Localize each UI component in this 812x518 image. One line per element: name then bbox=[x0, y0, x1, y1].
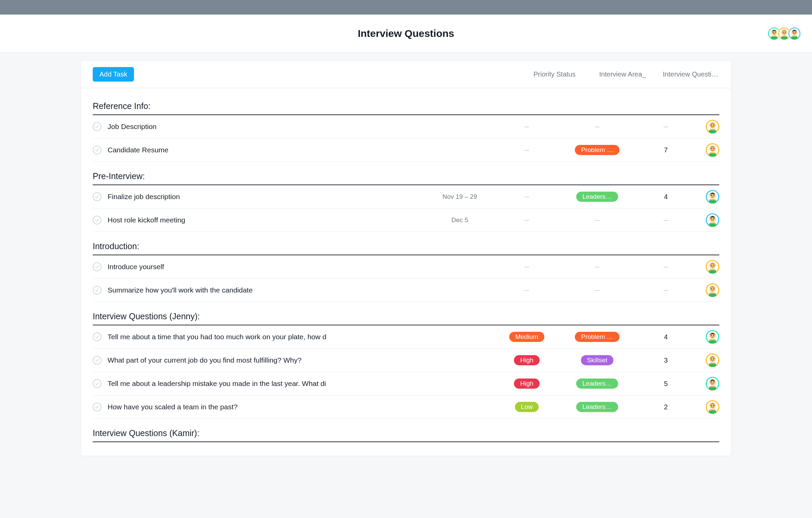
area-cell[interactable]: Leaders… bbox=[565, 402, 629, 412]
question-count-cell[interactable] bbox=[635, 263, 696, 271]
assignee-avatar[interactable] bbox=[706, 143, 719, 157]
assignee-cell[interactable] bbox=[702, 190, 719, 203]
complete-checkbox[interactable] bbox=[93, 379, 102, 388]
complete-checkbox[interactable] bbox=[93, 286, 102, 295]
priority-pill[interactable]: High bbox=[514, 379, 539, 389]
collaborator-avatar[interactable] bbox=[788, 27, 801, 40]
priority-cell[interactable] bbox=[495, 216, 559, 224]
column-header-area[interactable]: Interview Area_ bbox=[592, 70, 653, 78]
question-count-cell[interactable]: 4 bbox=[635, 333, 696, 341]
section-title[interactable]: Reference Info: bbox=[93, 92, 719, 115]
task-row[interactable]: Candidate ResumeProblem …7 bbox=[93, 138, 719, 162]
assignee-avatar[interactable] bbox=[706, 190, 719, 203]
task-name[interactable]: Summarize how you'll work with the candi… bbox=[108, 286, 425, 294]
assignee-avatar[interactable] bbox=[706, 283, 719, 297]
assignee-avatar[interactable] bbox=[706, 260, 719, 274]
area-cell[interactable]: Problem … bbox=[565, 145, 629, 155]
assignee-avatar[interactable] bbox=[706, 377, 719, 390]
task-row[interactable]: Host role kickoff meetingDec 5 bbox=[93, 209, 719, 232]
priority-pill[interactable]: Low bbox=[515, 402, 539, 412]
question-count-cell[interactable]: 4 bbox=[635, 193, 696, 201]
assignee-avatar[interactable] bbox=[706, 120, 719, 133]
question-count-cell[interactable]: 3 bbox=[635, 357, 696, 364]
assignee-cell[interactable] bbox=[702, 283, 719, 297]
priority-cell[interactable]: Medium bbox=[495, 332, 559, 342]
complete-checkbox[interactable] bbox=[93, 356, 102, 365]
complete-checkbox[interactable] bbox=[93, 192, 102, 201]
question-count-cell[interactable] bbox=[635, 216, 696, 224]
task-due-date[interactable]: Dec 5 bbox=[431, 216, 489, 224]
complete-checkbox[interactable] bbox=[93, 403, 102, 411]
task-name[interactable]: Job Description bbox=[108, 123, 425, 131]
area-pill[interactable]: Leaders… bbox=[576, 379, 618, 389]
task-row[interactable]: How have you scaled a team in the past?L… bbox=[93, 395, 719, 419]
question-count-cell[interactable]: 2 bbox=[635, 403, 696, 411]
task-name[interactable]: What part of your current job do you fin… bbox=[108, 356, 425, 364]
area-pill[interactable]: Leaders… bbox=[576, 402, 618, 412]
area-cell[interactable] bbox=[565, 123, 629, 130]
complete-checkbox[interactable] bbox=[93, 146, 102, 154]
priority-cell[interactable]: High bbox=[495, 355, 559, 365]
priority-cell[interactable] bbox=[495, 123, 559, 130]
area-cell[interactable] bbox=[565, 263, 629, 271]
priority-cell[interactable] bbox=[495, 193, 559, 200]
task-row[interactable]: Tell me about a leadership mistake you m… bbox=[93, 372, 719, 395]
priority-cell[interactable]: Low bbox=[495, 402, 559, 412]
task-name[interactable]: Tell me about a time that you had too mu… bbox=[108, 333, 425, 341]
assignee-cell[interactable] bbox=[702, 143, 719, 157]
area-pill[interactable]: Problem … bbox=[575, 145, 619, 155]
priority-cell[interactable] bbox=[495, 286, 559, 294]
question-count-cell[interactable] bbox=[635, 286, 696, 294]
area-cell[interactable]: Leaders… bbox=[565, 192, 629, 202]
add-task-button[interactable]: Add Task bbox=[93, 67, 134, 82]
section-title[interactable]: Interview Questions (Jenny): bbox=[93, 302, 719, 325]
area-pill[interactable]: Skillset bbox=[581, 355, 613, 365]
assignee-avatar[interactable] bbox=[706, 330, 719, 344]
question-count-cell[interactable]: 7 bbox=[635, 146, 696, 154]
area-pill[interactable]: Leaders… bbox=[576, 192, 618, 202]
complete-checkbox[interactable] bbox=[93, 262, 102, 271]
priority-pill[interactable]: Medium bbox=[509, 332, 544, 342]
assignee-avatar[interactable] bbox=[706, 353, 719, 367]
area-cell[interactable] bbox=[565, 286, 629, 294]
task-name[interactable]: How have you scaled a team in the past? bbox=[108, 403, 425, 411]
task-row[interactable]: Summarize how you'll work with the candi… bbox=[93, 279, 719, 302]
task-row[interactable]: Introduce yourself bbox=[93, 255, 719, 279]
area-cell[interactable]: Skillset bbox=[565, 355, 629, 365]
question-count-cell[interactable] bbox=[635, 123, 696, 131]
task-name[interactable]: Introduce yourself bbox=[108, 263, 425, 271]
assignee-avatar[interactable] bbox=[706, 213, 719, 227]
task-name[interactable]: Candidate Resume bbox=[108, 146, 425, 154]
assignee-cell[interactable] bbox=[702, 353, 719, 367]
section-title[interactable]: Interview Questions (Kamir): bbox=[93, 419, 719, 442]
assignee-cell[interactable] bbox=[702, 400, 719, 414]
area-cell[interactable] bbox=[565, 216, 629, 224]
assignee-cell[interactable] bbox=[702, 377, 719, 390]
task-row[interactable]: Finalize job descriptionNov 19 – 29Leade… bbox=[93, 185, 719, 209]
assignee-cell[interactable] bbox=[702, 260, 719, 274]
task-row[interactable]: What part of your current job do you fin… bbox=[93, 349, 719, 372]
assignee-cell[interactable] bbox=[702, 120, 719, 133]
complete-checkbox[interactable] bbox=[93, 216, 102, 224]
section-title[interactable]: Introduction: bbox=[93, 232, 719, 255]
priority-cell[interactable]: High bbox=[495, 379, 559, 389]
priority-pill[interactable]: High bbox=[514, 355, 539, 365]
task-due-date[interactable]: Nov 19 – 29 bbox=[431, 193, 489, 200]
task-name[interactable]: Host role kickoff meeting bbox=[108, 216, 425, 224]
area-cell[interactable]: Problem … bbox=[565, 332, 629, 342]
area-pill[interactable]: Problem … bbox=[575, 332, 619, 342]
task-name[interactable]: Finalize job description bbox=[108, 193, 425, 201]
task-name[interactable]: Tell me about a leadership mistake you m… bbox=[108, 380, 425, 388]
assignee-cell[interactable] bbox=[702, 213, 719, 227]
question-count-cell[interactable]: 5 bbox=[635, 380, 696, 388]
complete-checkbox[interactable] bbox=[93, 122, 102, 131]
section-title[interactable]: Pre-Interview: bbox=[93, 162, 719, 185]
area-cell[interactable]: Leaders… bbox=[565, 379, 629, 389]
complete-checkbox[interactable] bbox=[93, 332, 102, 341]
task-row[interactable]: Tell me about a time that you had too mu… bbox=[93, 325, 719, 349]
column-header-questions[interactable]: Interview Questi… bbox=[662, 70, 719, 78]
task-row[interactable]: Job Description bbox=[93, 115, 719, 138]
priority-cell[interactable] bbox=[495, 146, 559, 154]
assignee-avatar[interactable] bbox=[706, 400, 719, 414]
assignee-cell[interactable] bbox=[702, 330, 719, 344]
